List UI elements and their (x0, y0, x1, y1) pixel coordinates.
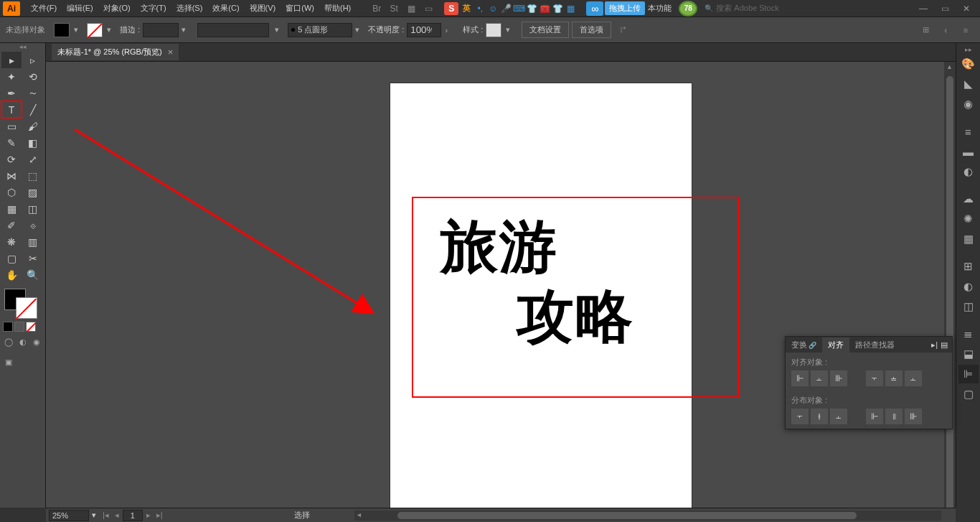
ime-toolbox-icon[interactable]: 🧰 (539, 3, 550, 14)
align-top-button[interactable]: ⫟ (866, 370, 883, 386)
menu-select[interactable]: 选择(S) (171, 1, 208, 16)
symbol-sprayer-tool[interactable]: ❋ (1, 233, 22, 250)
column-graph-tool[interactable]: ▥ (23, 233, 43, 250)
eyedropper-tool[interactable]: ✐ (1, 217, 22, 233)
align-vcenter-button[interactable]: ⫨ (885, 370, 903, 386)
opacity-dropdown-icon[interactable]: › (441, 23, 451, 37)
options-icon[interactable]: ≡ (957, 23, 974, 37)
panel-transparency-icon[interactable]: ◐ (958, 162, 979, 181)
panel-gradient-icon[interactable]: ▬ (958, 142, 979, 161)
stroke-dropdown-icon[interactable]: ▾ (104, 23, 114, 37)
rectangle-tool[interactable]: ▭ (1, 118, 22, 134)
panel-asset-export-icon[interactable]: ⬓ (958, 345, 979, 363)
brush-definition[interactable]: 5 点圆形 (288, 23, 352, 37)
horizontal-scrollbar[interactable] (354, 511, 941, 521)
panel-color-icon[interactable]: 🎨 (958, 55, 979, 73)
align-right-button[interactable]: ⊪ (830, 370, 847, 386)
stroke-width-dropdown-icon[interactable]: ▾ (179, 23, 189, 37)
bridge-icon[interactable]: Br (369, 2, 385, 15)
dist-hcenter-button[interactable]: ⫴ (885, 409, 903, 424)
stroke-color[interactable] (16, 297, 37, 319)
menu-file[interactable]: 文件(F) (26, 1, 62, 16)
color-mode-gradient[interactable] (14, 322, 24, 332)
align-to-icon[interactable]: ⟟* (614, 23, 631, 37)
gradient-tool[interactable]: ◫ (23, 200, 43, 217)
hand-tool[interactable]: ✋ (1, 266, 22, 283)
upload-button[interactable]: 拖拽上传 (605, 1, 645, 15)
screen-mode-icon[interactable]: ▣ (3, 356, 14, 368)
panel-libraries-icon[interactable]: ☁ (958, 190, 979, 208)
panel-align-icon[interactable]: ⊫ (958, 365, 979, 383)
next-artboard-button[interactable]: ▸ (144, 511, 153, 520)
ime-skin-icon[interactable]: 👕 (526, 3, 537, 14)
direct-selection-tool[interactable]: ▹ (23, 52, 43, 68)
maximize-button[interactable]: ▭ (934, 1, 956, 16)
score-badge[interactable]: 78 (679, 1, 697, 17)
ime-keyboard-icon[interactable]: ⌨ (513, 3, 524, 14)
preferences-button[interactable]: 首选项 (572, 22, 611, 38)
draw-inside-icon[interactable]: ◉ (31, 336, 42, 348)
slice-tool[interactable]: ✂ (23, 250, 43, 266)
style-dropdown-icon[interactable]: ▾ (503, 23, 513, 37)
eraser-tool[interactable]: ◧ (23, 134, 43, 151)
shaper-tool[interactable]: ✎ (1, 134, 22, 151)
fill-dropdown-icon[interactable]: ▾ (71, 23, 81, 37)
mesh-tool[interactable]: ▦ (1, 200, 22, 217)
shape-builder-tool[interactable]: ⬡ (1, 184, 22, 200)
scale-tool[interactable]: ⤢ (23, 151, 43, 167)
stock-icon[interactable]: St (386, 2, 402, 15)
panel-menu-icon[interactable]: ▤ (941, 340, 948, 350)
panel-layers-icon[interactable]: ≣ (958, 325, 979, 343)
color-mode-solid[interactable] (3, 322, 13, 332)
menu-type[interactable]: 文字(T) (136, 1, 171, 16)
panel-color-themes-icon[interactable]: ◉ (958, 95, 979, 113)
ime-emoji-icon[interactable]: ☺ (487, 3, 499, 14)
curvature-tool[interactable]: ～ (23, 85, 43, 101)
zoom-tool[interactable]: 🔍 (23, 266, 43, 283)
document-tab[interactable]: 未标题-1* @ 25% (RGB/预览) × (52, 44, 179, 60)
panel-swatches-icon[interactable]: ⊞ (958, 257, 979, 276)
sogou-icon[interactable]: S (444, 2, 458, 15)
type-tool[interactable]: T (1, 101, 22, 118)
color-swatches[interactable] (0, 287, 45, 320)
align-panel-icon[interactable]: ⫞ (937, 23, 954, 37)
panel-stroke-icon[interactable]: ≡ (958, 122, 979, 141)
menu-help[interactable]: 帮助(H) (319, 1, 356, 16)
lasso-tool[interactable]: ⟲ (23, 68, 43, 85)
selection-tool[interactable]: ▸ (1, 52, 22, 68)
menu-view[interactable]: 视图(V) (245, 1, 281, 16)
transform-panel-icon[interactable]: ⊞ (917, 23, 934, 37)
ime-shirt-icon[interactable]: 👕 (552, 3, 563, 14)
zoom-dropdown-icon[interactable]: ▾ (92, 511, 96, 520)
menu-window[interactable]: 窗口(W) (281, 1, 319, 16)
vertical-scrollbar[interactable] (944, 62, 956, 508)
draw-normal-icon[interactable]: ◯ (3, 336, 14, 348)
align-left-button[interactable]: ⊩ (791, 370, 809, 386)
brush-dropdown-icon[interactable]: ▾ (352, 23, 362, 37)
ime-grid-icon[interactable]: ▦ (565, 3, 576, 14)
paintbrush-tool[interactable]: 🖌 (23, 118, 43, 134)
width-tool[interactable]: ⋈ (1, 167, 22, 184)
align-bottom-button[interactable]: ⫠ (905, 370, 922, 386)
cloud-icon[interactable]: ∞ (586, 1, 603, 16)
fill-swatch[interactable] (54, 23, 70, 37)
panel-color-guide-icon[interactable]: ◣ (958, 75, 979, 93)
search-stock-input[interactable]: 搜索 Adobe Stock (705, 3, 778, 14)
doc-icon[interactable]: ▭ (420, 2, 436, 15)
dist-left-button[interactable]: ⊩ (866, 409, 883, 424)
zoom-input[interactable]: 25% (49, 510, 89, 521)
panel-graphic-styles-icon[interactable]: ◫ (958, 297, 979, 316)
first-artboard-button[interactable]: |◂ (100, 511, 111, 520)
prev-artboard-button[interactable]: ◂ (113, 511, 121, 520)
arrange-icon[interactable]: ▦ (403, 2, 419, 15)
vw-profile-dropdown-icon[interactable]: ▾ (272, 23, 282, 37)
panel-brushes-icon[interactable]: ✺ (958, 210, 979, 228)
close-button[interactable]: ✕ (956, 1, 977, 16)
menu-edit[interactable]: 编辑(E) (62, 1, 98, 16)
toolbox-handle[interactable]: ◂◂ (0, 43, 45, 50)
panel-symbols-icon[interactable]: ▦ (958, 230, 979, 248)
panel-appearance-icon[interactable]: ◐ (958, 277, 979, 296)
artboard-tool[interactable]: ▢ (1, 250, 22, 266)
tab-align[interactable]: 对齐 (822, 337, 849, 353)
draw-behind-icon[interactable]: ◐ (17, 336, 29, 348)
